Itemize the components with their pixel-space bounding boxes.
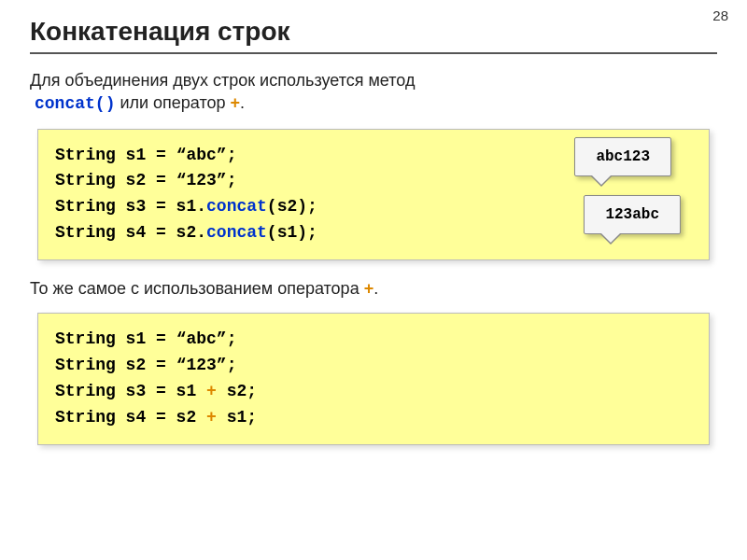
middle-part1: То же самое с использованием оператора [30,279,364,298]
code-text: String s2 = [55,171,176,189]
code-text: String s4 = s2 [55,408,206,427]
intro-text: Для объединения двух строк используется … [30,69,717,116]
code-method: concat [206,197,267,216]
intro-part3: . [240,93,245,112]
slide-title: Конкатенация строк [30,17,717,47]
code-text: String s3 = s1 [55,382,206,400]
intro-part2: или оператор [120,93,230,112]
middle-part2: . [374,279,378,298]
code-text: String s2 = [55,356,176,374]
middle-plus: + [364,279,374,298]
code2-line2: String s2 = “123”; [55,353,692,379]
code-text: String s1 = [55,146,176,164]
title-underline [30,52,717,54]
middle-text: То же самое с использованием оператора +… [30,277,717,300]
code2-line4: String s4 = s2 + s1; [55,405,692,431]
code2-line1: String s1 = “abc”; [55,327,692,353]
intro-concat: concat() [35,94,115,113]
code-text: ; [227,329,237,348]
code-text: String s4 = s2. [55,223,206,242]
intro-part1: Для объединения двух строк используется … [30,71,415,90]
code-operator: + [206,408,217,427]
code-text: “123” [176,356,227,374]
page-number: 28 [712,7,728,23]
code-text: ; [227,356,237,374]
code-text: (s1); [267,223,317,242]
code-text: s2; [217,382,257,400]
code-block-1: String s1 = “abc”; String s2 = “123”; St… [37,129,710,261]
code-text: “123” [176,171,227,189]
output-callout-1: abc123 [574,137,671,177]
code-block-2: String s1 = “abc”; String s2 = “123”; St… [37,313,710,445]
code-text: s1; [217,408,257,427]
code-text: “abc” [176,329,227,348]
code-operator: + [206,382,217,400]
code-text: ; [227,171,237,189]
code-text: (s2); [267,197,317,216]
code-text: String s3 = s1. [55,197,206,216]
code2-line3: String s3 = s1 + s2; [55,379,692,405]
code-text: String s1 = [55,329,176,348]
intro-plus: + [231,93,241,112]
code-method: concat [206,223,267,242]
output-callout-2: 123abc [584,195,681,235]
code-text: “abc” [176,146,227,164]
code-text: ; [227,146,237,164]
